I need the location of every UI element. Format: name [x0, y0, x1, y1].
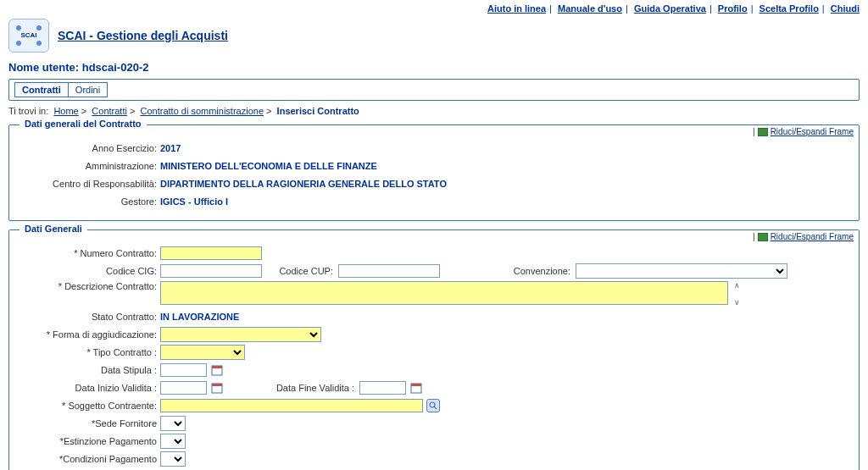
svg-line-14 — [434, 406, 437, 409]
breadcrumb-home[interactable]: Home — [53, 106, 78, 116]
label-stato: Stato Contratto: — [18, 312, 160, 322]
section-dati-generali-contratto: Dati generali del Contratto | Riduci/Esp… — [8, 124, 860, 221]
section-dati-generali: Dati Generali | Riduci/Espandi Frame * N… — [8, 229, 860, 470]
app-title[interactable]: SCAI - Gestione degli Acquisti — [58, 29, 228, 42]
value-ammin: MINISTERO DELL'ECONOMIA E DELLE FINANZE — [160, 161, 377, 171]
breadcrumb-current: Inserisci Contratto — [277, 106, 359, 116]
label-forma: * Forma di aggiudicazione: — [18, 329, 160, 340]
select-tipo-contratto[interactable] — [160, 345, 245, 360]
label-ammin: Amministrazione: — [18, 161, 160, 171]
svg-point-3 — [36, 41, 42, 46]
tab-bar: Contratti Ordini — [8, 79, 860, 101]
svg-rect-12 — [411, 384, 421, 386]
select-sede-fornitore[interactable] — [160, 416, 186, 431]
link-guide[interactable]: Guida Operativa — [634, 3, 706, 14]
link-close[interactable]: Chiudi — [831, 3, 860, 14]
input-cup[interactable] — [338, 264, 440, 278]
input-data-stipula[interactable] — [160, 363, 207, 377]
logo-icon: SCAI — [8, 19, 49, 53]
label-anno: Anno Esercizio: — [18, 143, 160, 153]
svg-text:SCAI: SCAI — [20, 31, 36, 39]
label-tipo: * Tipo Contratto : — [18, 347, 160, 357]
frame-toggle-2[interactable]: | Riduci/Espandi Frame — [753, 232, 854, 241]
value-anno: 2017 — [160, 143, 181, 153]
label-descrizione: * Descrizione Contratto: — [18, 281, 160, 291]
svg-rect-10 — [212, 384, 222, 386]
user-line: Nome utente: hdscai-020-2 — [0, 58, 868, 79]
legend-dati-generali: Dati Generali — [19, 224, 87, 234]
breadcrumb-somm[interactable]: Contratto di somministrazione — [141, 106, 264, 116]
select-estinzione-pagamento[interactable] — [160, 434, 186, 449]
label-sede: *Sede Fornitore — [18, 418, 160, 429]
label-centro: Centro di Responsabilità: — [18, 179, 160, 189]
select-convenzione[interactable] — [576, 263, 787, 279]
svg-point-0 — [16, 25, 21, 30]
calendar-icon[interactable] — [210, 363, 224, 377]
tab-ordini[interactable]: Ordini — [68, 82, 108, 97]
svg-rect-6 — [212, 366, 222, 368]
tab-contratti[interactable]: Contratti — [14, 82, 68, 97]
svg-point-13 — [430, 402, 435, 407]
textarea-descrizione[interactable] — [160, 281, 728, 305]
input-data-inizio[interactable] — [160, 381, 207, 395]
link-manual[interactable]: Manuale d'uso — [558, 3, 622, 14]
header: SCAI SCAI - Gestione degli Acquisti — [0, 17, 868, 58]
link-help[interactable]: Aiuto in linea — [487, 3, 546, 14]
legend-dati-generali-contratto: Dati generali del Contratto — [19, 119, 147, 129]
input-soggetto-contraente[interactable] — [160, 399, 423, 412]
link-choose-profile[interactable]: Scelta Profilo — [760, 3, 819, 14]
top-links: Aiuto in linea| Manuale d'uso| Guida Ope… — [0, 0, 868, 17]
calendar-icon[interactable] — [210, 381, 224, 395]
collapse-icon — [758, 128, 768, 136]
select-forma-aggiudicazione[interactable] — [160, 327, 321, 342]
user-label: Nome utente: — [8, 61, 79, 74]
calendar-icon[interactable] — [409, 381, 423, 395]
input-data-fine[interactable] — [359, 381, 406, 395]
label-fine: Data Fine Validita : — [224, 383, 359, 393]
breadcrumb-contratti[interactable]: Contratti — [92, 106, 127, 116]
frame-toggle-1[interactable]: | Riduci/Espandi Frame — [753, 127, 854, 136]
select-condizioni-pagamento[interactable] — [160, 451, 186, 467]
label-gestore: Gestore: — [18, 196, 160, 207]
search-icon[interactable] — [426, 399, 440, 412]
label-numero: * Numero Contratto: — [18, 248, 160, 258]
textarea-scroll-icon: ∧∨ — [734, 281, 740, 307]
collapse-icon — [758, 233, 768, 241]
svg-point-1 — [36, 25, 42, 30]
label-soggetto: * Soggetto Contraente: — [18, 401, 160, 411]
value-centro: DIPARTIMENTO DELLA RAGIONERIA GENERALE D… — [160, 179, 447, 189]
link-profile[interactable]: Profilo — [718, 3, 748, 14]
value-stato: IN LAVORAZIONE — [160, 312, 239, 322]
value-gestore: IGICS - Ufficio I — [160, 196, 228, 207]
label-stipula: Data Stipula : — [18, 365, 160, 375]
input-numero-contratto[interactable] — [160, 246, 262, 260]
breadcrumb-prefix: Ti trovi in: — [8, 106, 48, 116]
label-inizio: Data Inizio Validita : — [18, 383, 160, 393]
user-name: hdscai-020-2 — [82, 61, 149, 74]
label-estinzione: *Estinzione Pagamento — [18, 436, 160, 446]
svg-point-2 — [16, 41, 21, 46]
label-cig: Codice CIG: — [18, 266, 160, 276]
label-convenzione: Convenzione: — [440, 266, 576, 276]
label-cup: Codice CUP: — [262, 266, 338, 276]
input-cig[interactable] — [160, 264, 262, 278]
breadcrumb: Ti trovi in: Home > Contratti > Contratt… — [0, 101, 868, 119]
label-condizioni: *Condizioni Pagamento — [18, 454, 160, 464]
